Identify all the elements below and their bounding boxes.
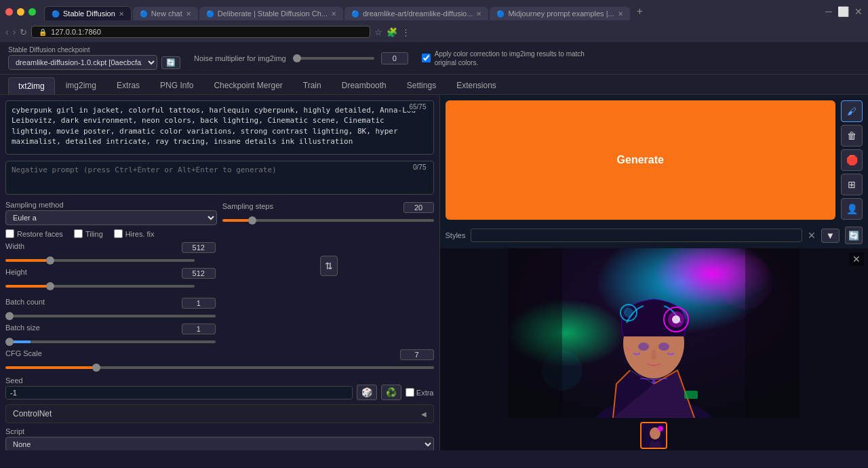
- tab-stable-diffusion[interactable]: 🔵 Stable Diffusion ✕: [44, 6, 132, 20]
- extra-seed-checkbox[interactable]: [406, 388, 414, 397]
- tab-midjourney[interactable]: 🔵 Midjourney prompt examples |... ✕: [490, 7, 629, 20]
- width-slider[interactable]: [5, 259, 195, 262]
- tab-label: New chat: [151, 9, 182, 18]
- neg-prompt-counter: 0/75: [411, 163, 428, 172]
- tab-extensions[interactable]: Extensions: [447, 77, 506, 94]
- batch-count-slider[interactable]: [5, 315, 216, 317]
- address-bar[interactable]: 🔒 127.0.0.1:7860: [31, 26, 370, 38]
- close-window-icon[interactable]: ✕: [854, 6, 863, 17]
- tab-train[interactable]: Train: [294, 77, 331, 94]
- svg-rect-19: [745, 248, 800, 418]
- tiling-checkbox-wrap[interactable]: Tiling: [74, 229, 103, 238]
- random-seed-btn[interactable]: 🎲: [357, 385, 377, 400]
- back-icon[interactable]: ‹: [5, 26, 9, 37]
- tab-new-chat[interactable]: 🔵 New chat ✕: [133, 7, 198, 20]
- restore-faces-label: Restore faces: [17, 230, 63, 238]
- person-icon-btn[interactable]: 👤: [841, 198, 863, 220]
- tab-label: Stable Diffusion: [63, 9, 115, 18]
- settings-icon[interactable]: ⋮: [401, 27, 410, 37]
- hires-fix-checkbox[interactable]: [114, 229, 123, 238]
- tab-checkpoint-merger[interactable]: Checkpoint Merger: [204, 77, 292, 94]
- close-icon[interactable]: ✕: [331, 10, 336, 18]
- minimize-icon[interactable]: ─: [825, 6, 832, 17]
- noise-label: Noise multiplier for img2img: [194, 54, 286, 62]
- restore-faces-checkbox[interactable]: [5, 229, 14, 238]
- batch-count-label: Batch count: [5, 298, 45, 309]
- styles-dropdown-btn[interactable]: ▼: [821, 229, 840, 243]
- swap-dimensions-btn[interactable]: ⇅: [320, 256, 338, 276]
- batch-count-input[interactable]: [182, 298, 216, 309]
- neg-prompt-area: 0/75: [5, 161, 434, 197]
- paint-icon-btn[interactable]: 🖌: [841, 100, 863, 122]
- svg-rect-5: [684, 391, 698, 399]
- batch-size-slider[interactable]: [5, 340, 216, 343]
- sampling-method-select[interactable]: Euler a: [5, 210, 217, 225]
- noise-slider[interactable]: [293, 57, 374, 60]
- styles-input[interactable]: [471, 229, 802, 242]
- refresh-icon[interactable]: ↻: [20, 27, 27, 37]
- forward-icon[interactable]: ›: [13, 26, 16, 37]
- width-input[interactable]: [182, 242, 216, 253]
- close-icon[interactable]: ✕: [186, 10, 191, 18]
- grid-icon-btn[interactable]: ⊞: [841, 174, 863, 195]
- tab-png-info[interactable]: PNG Info: [151, 77, 203, 94]
- controlnet-section[interactable]: ControlNet ◀: [5, 404, 434, 423]
- neg-prompt-textarea[interactable]: [5, 161, 434, 195]
- tab-deliberate[interactable]: 🔵 Deliberate | Stable Diffusion Ch... ✕: [199, 7, 343, 20]
- reuse-seed-btn[interactable]: ♻️: [381, 385, 401, 400]
- sampling-steps-slider[interactable]: [222, 219, 434, 222]
- script-select[interactable]: None: [5, 437, 434, 450]
- height-slider[interactable]: [5, 285, 195, 288]
- sampling-steps-value[interactable]: [403, 202, 434, 213]
- extra-seed-wrap[interactable]: Extra: [406, 388, 434, 397]
- close-icon[interactable]: ✕: [476, 10, 481, 18]
- tab-dreambooth[interactable]: Dreambooth: [332, 77, 396, 94]
- maximize-icon[interactable]: ⬜: [837, 6, 849, 17]
- dimensions-batch-row: Width Height ⇅: [5, 242, 434, 345]
- refresh-checkpoint-btn[interactable]: 🔄: [161, 56, 180, 69]
- trash-icon-btn[interactable]: 🗑: [841, 125, 863, 147]
- svg-point-15: [652, 380, 656, 384]
- cfg-slider[interactable]: [5, 366, 434, 369]
- tab-txt2img[interactable]: txt2img: [8, 77, 55, 94]
- extensions-icon[interactable]: 🧩: [387, 27, 397, 37]
- left-panel: cyberpunk girl in jacket, colorful tatto…: [0, 95, 439, 450]
- hires-fix-checkbox-wrap[interactable]: Hires. fix: [114, 229, 155, 238]
- close-image-btn[interactable]: ✕: [849, 252, 864, 266]
- styles-label: Styles: [446, 231, 466, 239]
- restore-faces-checkbox-wrap[interactable]: Restore faces: [5, 229, 63, 238]
- seed-input[interactable]: [5, 386, 353, 399]
- seed-label: Seed: [5, 376, 353, 385]
- styles-clear-btn[interactable]: ✕: [808, 230, 816, 241]
- svg-point-8: [658, 343, 669, 351]
- tab-img2img[interactable]: img2img: [56, 77, 106, 94]
- width-label: Width: [5, 242, 24, 253]
- generated-image-svg: [508, 248, 800, 418]
- color-correction-checkbox[interactable]: [422, 54, 431, 62]
- height-label: Height: [5, 268, 27, 279]
- close-icon[interactable]: ✕: [119, 10, 124, 18]
- thumbnail-item[interactable]: [640, 422, 667, 449]
- tab-dreamlike[interactable]: 🔵 dreamlike-art/dreamlike-diffusio... ✕: [344, 7, 488, 20]
- checkpoint-select[interactable]: dreamlike-diffusion-1.0.ckpt [0aecbcfa2c…: [8, 55, 157, 70]
- generate-btn[interactable]: Generate: [446, 100, 836, 220]
- tab-extras[interactable]: Extras: [107, 77, 149, 94]
- styles-refresh-btn[interactable]: 🔄: [845, 227, 863, 244]
- bookmark-icon[interactable]: ☆: [374, 27, 382, 37]
- close-icon[interactable]: ✕: [618, 10, 623, 18]
- tab-settings[interactable]: Settings: [397, 77, 446, 94]
- hires-fix-label: Hires. fix: [125, 230, 155, 238]
- app-container: Stable Diffusion checkpoint dreamlike-di…: [0, 42, 868, 450]
- lock-icon: 🔒: [39, 28, 47, 36]
- noise-value-input[interactable]: [381, 52, 408, 64]
- svg-point-7: [638, 343, 649, 351]
- prompt-textarea[interactable]: cyberpunk girl in jacket, colorful tatto…: [5, 100, 434, 155]
- height-input[interactable]: [182, 268, 216, 279]
- sampling-method-label: Sampling method: [5, 201, 217, 209]
- cfg-value-input[interactable]: [400, 349, 434, 360]
- new-tab-button[interactable]: +: [631, 3, 648, 20]
- stop-icon-btn[interactable]: 🛑: [841, 149, 863, 171]
- batch-size-input[interactable]: [182, 324, 216, 334]
- prompt-counter: 65/75: [407, 102, 428, 111]
- tiling-checkbox[interactable]: [74, 229, 83, 238]
